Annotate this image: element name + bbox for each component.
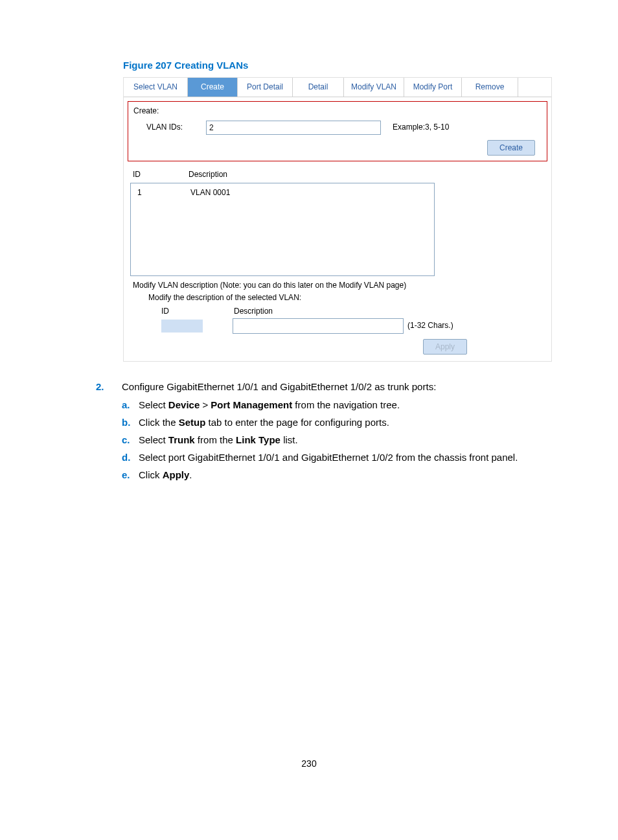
tab-modify-vlan[interactable]: Modify VLAN [343,78,404,97]
substep-b-label: b. [122,415,139,429]
substep-a-label: a. [122,398,139,412]
step-number: 2. [96,380,122,485]
modify-char-hint: (1-32 Chars.) [407,320,453,331]
vlan-row[interactable]: 1 VLAN 0001 [137,187,428,198]
col-description: Description [189,169,542,180]
modify-col-desc: Description [234,306,273,317]
modify-id-field[interactable] [161,320,203,332]
vlan-list-header: ID Description [124,164,551,181]
substep-c-label: c. [122,433,139,447]
vlan-row-desc: VLAN 0001 [190,187,230,198]
vlan-ids-input[interactable] [206,121,381,135]
substep-a-text: Select Device > Port Management from the… [139,398,400,412]
create-title: Create: [133,106,542,117]
substep-d-text: Select port GigabitEthernet 1/0/1 and Gi… [139,450,518,464]
modify-desc-input[interactable] [233,318,404,334]
col-id: ID [133,169,189,180]
vlan-ids-hint: Example:3, 5-10 [393,122,449,133]
tab-create[interactable]: Create [187,78,237,97]
vlan-ids-label: VLAN IDs: [146,122,198,133]
modify-note2: Modify the description of the selected V… [148,292,551,303]
tab-select-vlan[interactable]: Select VLAN [124,78,187,97]
substep-d-label: d. [122,450,139,464]
create-button[interactable]: Create [487,140,535,156]
tab-detail[interactable]: Detail [292,78,343,97]
substep-e-text: Click Apply. [139,468,192,482]
modify-header: ID Description [161,306,551,317]
figure-caption: Figure 207 Creating VLANs [123,58,579,72]
modify-col-id: ID [161,306,234,317]
step-text: Configure GigabitEthernet 1/0/1 and Giga… [122,381,436,392]
vlan-list[interactable]: 1 VLAN 0001 [130,183,435,276]
substep-b-text: Click the Setup tab to enter the page fo… [139,415,389,429]
tab-modify-port[interactable]: Modify Port [404,78,461,97]
create-box: Create: VLAN IDs: Example:3, 5-10 Create [128,101,547,162]
vlan-row-id: 1 [137,187,190,198]
substep-e-label: e. [122,468,139,482]
screenshot-panel: Select VLAN Create Port Detail Detail Mo… [123,77,552,362]
tab-bar: Select VLAN Create Port Detail Detail Mo… [124,78,551,97]
page-number: 230 [39,758,579,771]
substep-c-text: Select Trunk from the Link Type list. [139,433,298,447]
apply-button[interactable]: Apply [423,339,467,355]
tab-remove[interactable]: Remove [461,78,518,97]
modify-note: Modify VLAN description (Note: you can d… [133,280,551,291]
tab-port-detail[interactable]: Port Detail [237,78,292,97]
